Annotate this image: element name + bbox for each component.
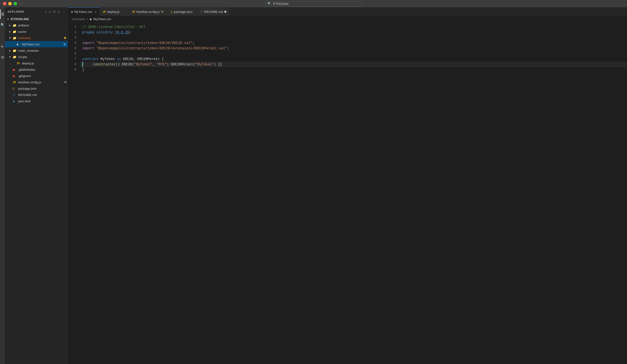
- unsaved-badge: 1: [63, 43, 67, 46]
- line-num-9: 9: [68, 67, 76, 72]
- folder-icon: 📁: [13, 36, 17, 40]
- code-token: ;: [193, 40, 194, 46]
- hardhat-label: hardhat.config.js: [18, 80, 64, 84]
- code-token: "@openzeppelin/contracts/token/ERC20/ext…: [97, 46, 227, 51]
- code-token: contract: [82, 56, 99, 62]
- breadcrumb-filename: MyToken.sol: [93, 17, 111, 21]
- chevron-right-icon: ►: [9, 30, 13, 33]
- sidebar-item-deploy[interactable]: JS deploy.js: [5, 60, 68, 66]
- chevron-down-icon: ▼: [7, 18, 11, 20]
- code-line-7: contract MyToken is ERC20, ERC20Permit {: [80, 56, 627, 62]
- md-tab-icon: ⓘ: [200, 10, 203, 14]
- mytoken-label: MyToken.sol: [22, 43, 63, 46]
- breadcrumb-contracts[interactable]: contracts: [72, 17, 85, 21]
- more-options-icon[interactable]: …: [62, 10, 65, 14]
- tab-mytoken[interactable]: ◆ MyToken.sol ✕: [68, 7, 100, 16]
- activity-explorer[interactable]: ☰: [0, 9, 5, 19]
- modified-badge: M: [64, 81, 67, 84]
- line-num-2: 2: [68, 30, 76, 35]
- new-file-icon[interactable]: +: [45, 10, 47, 14]
- line-num-8: 8: [68, 62, 76, 67]
- code-line-2: pragma solidity ^0.8.20;: [80, 30, 627, 35]
- line-num-1: 1: [68, 24, 76, 30]
- sidebar-item-mytoken[interactable]: ◆ MyToken.sol 1: [5, 41, 68, 47]
- line-num-3: 3: [68, 35, 76, 40]
- js-file-icon: JS: [16, 62, 21, 65]
- tab-package[interactable]: {} package.json: [168, 7, 197, 16]
- modified-indicator: [64, 37, 66, 39]
- code-line-6: [80, 51, 627, 56]
- code-line-9: }: [80, 67, 627, 72]
- close-dot[interactable]: [3, 2, 6, 5]
- sidebar-item-hardhat[interactable]: JS hardhat.config.js M: [5, 79, 68, 85]
- main-layout: ☰ 🔍 ⎖ ▶ ▣ EXPLORER + ▭ ↻ ⇓ … ▼ ETHONLINE: [0, 7, 627, 364]
- tab-readme-label: README.md: [204, 10, 223, 14]
- navigation-arrows: ← →: [12, 1, 24, 6]
- search-text: ETHOnline: [273, 2, 289, 5]
- search-bar[interactable]: 🔍 ETHOnline: [265, 1, 362, 6]
- sidebar-item-package[interactable]: {} package.json: [5, 85, 68, 92]
- chevron-down-icon: ▼: [9, 56, 13, 58]
- forward-arrow-icon[interactable]: →: [20, 1, 24, 6]
- code-token: import: [82, 40, 94, 46]
- code-token: "MTK": [157, 62, 167, 67]
- line-num-6: 6: [68, 51, 76, 56]
- sidebar-item-cache[interactable]: ► 📁 cache: [5, 28, 68, 35]
- sidebar-item-gitignore[interactable]: ◆ .gitignore: [5, 73, 68, 79]
- readme-label: README.md: [18, 93, 68, 97]
- search-icon: 🔍: [267, 2, 271, 5]
- sidebar-item-node-modules[interactable]: ► 📁 node_modules: [5, 47, 68, 54]
- code-token: import: [82, 46, 94, 51]
- back-arrow-icon[interactable]: ←: [12, 1, 16, 6]
- breadcrumb: contracts > ◆ MyToken.sol: [68, 16, 627, 22]
- collapse-icon[interactable]: ⇓: [57, 10, 60, 14]
- tab-close-icon[interactable]: ✕: [94, 10, 97, 14]
- code-line-3: [80, 35, 627, 40]
- sidebar-item-scripts[interactable]: ▼ 📁 scripts: [5, 54, 68, 60]
- sidebar-item-artifacts[interactable]: ► 📁 artifacts: [5, 22, 68, 28]
- new-folder-icon[interactable]: ▭: [48, 10, 52, 14]
- minimize-dot[interactable]: [8, 2, 12, 5]
- deploy-label: deploy.js: [22, 61, 68, 65]
- code-content[interactable]: // SPDX-License-Identifier: MIT pragma s…: [80, 22, 627, 364]
- artifacts-label: artifacts: [18, 24, 68, 27]
- spacer: [9, 68, 13, 71]
- tab-unsaved-dot: [224, 11, 226, 13]
- code-token: ;: [227, 46, 229, 51]
- gitattributes-label: .gitattributes: [18, 68, 68, 71]
- code-token: ) {}: [214, 62, 222, 67]
- contracts-label: contracts: [18, 36, 64, 40]
- editor-area: ◆ MyToken.sol ✕ JS deploy.js JS hardhat.…: [68, 7, 627, 364]
- js-file-icon: JS: [13, 81, 17, 84]
- sidebar-actions: + ▭ ↻ ⇓ …: [45, 10, 65, 14]
- tab-mytoken-label: MyToken.sol: [74, 10, 92, 14]
- tab-package-label: package.json: [174, 10, 193, 14]
- code-line-8: constructor() ERC20("MyToken", "MTK") ER…: [80, 62, 627, 67]
- code-line-5: import "@openzeppelin/contracts/token/ER…: [80, 46, 627, 51]
- sidebar-item-readme[interactable]: ⓘ README.md: [5, 92, 68, 98]
- tab-deploy[interactable]: JS deploy.js: [100, 7, 129, 16]
- code-editor[interactable]: 1 2 3 4 5 6 7 8 9 // SPDX-License-Identi…: [68, 22, 627, 364]
- chevron-down-icon: ▼: [9, 37, 13, 39]
- sidebar-item-contracts[interactable]: ▼ 📁 contracts: [5, 35, 68, 41]
- sol-file-icon: ◆: [16, 43, 21, 46]
- code-token: constructor: [93, 62, 116, 67]
- spacer: [9, 75, 13, 77]
- refresh-icon[interactable]: ↻: [53, 10, 56, 14]
- code-token: [94, 40, 96, 46]
- scripts-label: scripts: [18, 55, 68, 59]
- tab-hardhat[interactable]: JS hardhat.config.js M: [129, 7, 168, 16]
- activity-git[interactable]: ⎖: [0, 31, 5, 40]
- activity-extensions[interactable]: ▣: [0, 52, 5, 62]
- sidebar-title: EXPLORER: [8, 10, 25, 13]
- code-token: ERC20, ERC20Permit {: [121, 56, 164, 62]
- sidebar-item-ethonline[interactable]: ▼ ETHONLINE: [5, 16, 68, 22]
- yarn-file-icon: ◆: [13, 100, 17, 103]
- line-num-7: 7: [68, 56, 76, 62]
- code-token: () ERC20(: [116, 62, 134, 67]
- sidebar-item-gitattributes[interactable]: ◆ .gitattributes: [5, 66, 68, 73]
- tab-readme[interactable]: ⓘ README.md: [197, 7, 229, 16]
- activity-search[interactable]: 🔍: [0, 20, 5, 30]
- activity-debug[interactable]: ▶: [0, 41, 5, 51]
- sidebar-item-yarnlock[interactable]: ◆ yarn.lock: [5, 98, 68, 104]
